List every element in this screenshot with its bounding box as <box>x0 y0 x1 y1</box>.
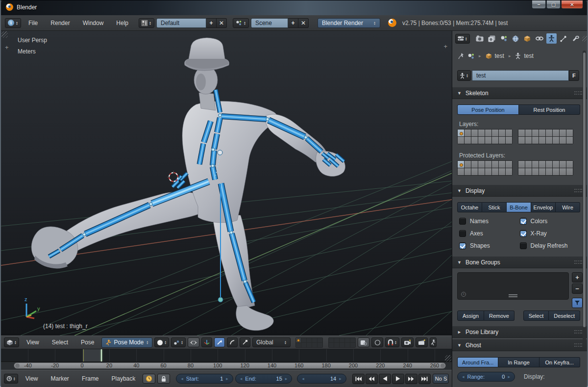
layer-cell[interactable] <box>546 161 552 168</box>
tab-world[interactable] <box>510 33 520 44</box>
layer-cell[interactable] <box>539 168 545 175</box>
layer-cell[interactable] <box>532 161 539 168</box>
remove-layout-button[interactable]: ✕ <box>217 18 227 28</box>
ghost-on-keyframes-button[interactable]: On Keyfra... <box>539 357 580 367</box>
ghost-panel-header[interactable]: ▼ Ghost <box>452 339 587 351</box>
layer-cell[interactable] <box>307 338 312 342</box>
bone-groups-list[interactable]: + <box>457 272 569 300</box>
armature-crumb-icon[interactable] <box>515 52 521 59</box>
checkbox-icon[interactable] <box>459 218 466 225</box>
viewport-shading-dropdown[interactable]: ▲▼ <box>154 337 169 347</box>
tab-bone-constraints[interactable] <box>570 33 580 44</box>
layer-cell[interactable] <box>560 161 566 168</box>
mode-dropdown[interactable]: Pose Mode ▲▼ <box>101 337 152 348</box>
translate-manipulator-toggle[interactable] <box>214 337 225 347</box>
tab-render[interactable] <box>474 33 485 44</box>
layer-cell[interactable] <box>471 137 478 144</box>
option-xray[interactable]: X-Ray <box>520 230 581 237</box>
pivot-point-dropdown[interactable]: ▲▼ <box>171 337 186 347</box>
scene-crumb-icon[interactable] <box>467 53 474 59</box>
layer-cell[interactable] <box>492 161 498 168</box>
jump-to-start-button[interactable] <box>352 374 365 384</box>
layer-cell[interactable] <box>478 137 485 144</box>
increment-arrow-icon[interactable]: ▸ <box>226 376 228 381</box>
increment-arrow-icon[interactable]: ▸ <box>285 376 288 381</box>
layer-cell[interactable] <box>478 129 485 136</box>
layer-cell[interactable] <box>499 129 505 136</box>
mode-octahedral-button[interactable]: Octahe <box>457 202 482 212</box>
area-resize-grip[interactable] <box>1 31 8 38</box>
layer-cell[interactable] <box>492 129 498 136</box>
layer-cell[interactable] <box>329 338 334 342</box>
layer-cell[interactable] <box>518 168 525 175</box>
layer-cell[interactable] <box>546 168 552 175</box>
object-crumb-icon[interactable] <box>486 53 492 59</box>
layer-cell[interactable] <box>471 168 478 175</box>
layer-cell[interactable] <box>566 129 573 136</box>
viewport-layers-grid[interactable] <box>295 337 356 348</box>
frame-end-slider[interactable]: ◂ End: 15 ▸ <box>235 374 293 384</box>
menu-playback[interactable]: Playback <box>106 375 141 382</box>
layer-cell[interactable] <box>340 343 344 347</box>
layer-cell[interactable] <box>566 168 573 175</box>
layer-cell[interactable] <box>553 137 559 144</box>
layer-cell[interactable] <box>329 343 334 347</box>
layer-cell[interactable] <box>539 129 545 136</box>
layer-cell[interactable] <box>532 168 539 175</box>
layer-cell[interactable] <box>350 338 355 342</box>
panel-drag-handle-icon[interactable] <box>574 330 582 334</box>
remove-scene-button[interactable]: ✕ <box>298 18 309 28</box>
remove-bone-group-button[interactable]: − <box>572 284 583 294</box>
tab-render-layers[interactable] <box>486 33 496 44</box>
layer-cell[interactable] <box>499 168 505 175</box>
option-names[interactable]: Names <box>459 218 520 225</box>
ghost-range-slider[interactable]: ◂ Range: 0 ▸ <box>457 372 515 382</box>
layer-cell[interactable] <box>478 168 485 175</box>
layer-cell[interactable] <box>296 343 301 347</box>
layer-cell[interactable] <box>345 343 350 347</box>
menu-pose[interactable]: Pose <box>75 339 99 346</box>
fake-user-button[interactable]: F <box>569 70 579 81</box>
layer-cell[interactable] <box>471 161 478 168</box>
layer-cell[interactable] <box>525 137 532 144</box>
layer-cell[interactable] <box>506 137 512 144</box>
menu-window[interactable]: Window <box>77 20 109 26</box>
editor-type-selector-3dview[interactable]: ▲▼ <box>4 337 19 347</box>
datablock-name-input[interactable]: test <box>472 70 569 81</box>
current-frame-field[interactable]: ◂ 14 ▸ <box>297 374 346 384</box>
panel-drag-handle-icon[interactable] <box>574 189 582 192</box>
layer-cell[interactable] <box>471 129 478 136</box>
toolshelf-expand-icon[interactable]: + <box>5 44 9 51</box>
checkbox-icon[interactable] <box>520 242 527 249</box>
play-reverse-button[interactable] <box>379 374 391 384</box>
menu-help[interactable]: Help <box>111 20 134 26</box>
sidebar-expand-icon[interactable]: + <box>443 43 447 50</box>
list-add-icon[interactable]: + <box>461 292 466 297</box>
layer-cell[interactable] <box>546 137 552 144</box>
layer-cell[interactable] <box>560 168 566 175</box>
menu-file[interactable]: File <box>23 20 43 26</box>
layer-cell[interactable] <box>485 129 491 136</box>
option-axes[interactable]: Axes <box>459 230 520 237</box>
scene-selector[interactable]: ▲▼ <box>233 18 249 28</box>
layer-cell[interactable] <box>553 129 559 136</box>
proportional-edit-toggle[interactable] <box>371 337 383 347</box>
tab-object[interactable] <box>522 33 533 44</box>
tab-constraints[interactable] <box>534 33 544 44</box>
layer-cell[interactable] <box>506 161 512 168</box>
scale-manipulator-toggle[interactable] <box>240 337 250 347</box>
option-shapes[interactable]: Shapes <box>459 242 520 249</box>
option-colors[interactable]: Colors <box>520 218 581 225</box>
pose-library-panel-header[interactable]: ► Pose Library <box>452 326 587 338</box>
keyingset-lock-button[interactable] <box>157 374 170 384</box>
layer-cell[interactable] <box>465 129 471 136</box>
checkbox-icon[interactable] <box>520 218 527 225</box>
layer-cell[interactable] <box>492 168 498 175</box>
panel-drag-handle-icon[interactable] <box>574 343 582 347</box>
option-delay-refresh[interactable]: Delay Refresh <box>520 242 581 249</box>
panel-resize-grip[interactable] <box>582 36 587 42</box>
breadcrumb-data-name[interactable]: test <box>524 52 533 59</box>
menu-view-timeline[interactable]: View <box>20 375 44 382</box>
layer-cell[interactable] <box>499 161 505 168</box>
area-resize-grip[interactable] <box>445 355 451 361</box>
